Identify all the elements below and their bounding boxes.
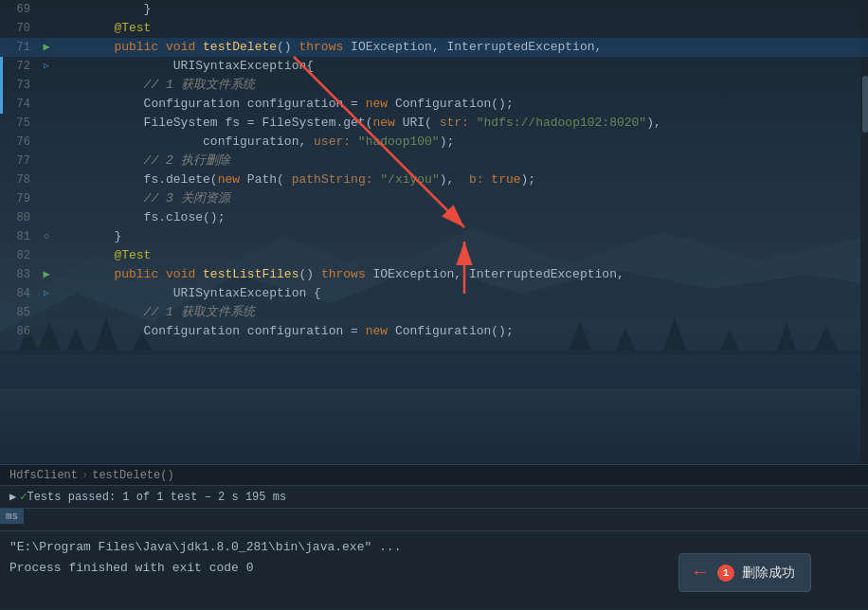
line-number-72: 72 — [0, 57, 38, 76]
code-content: 69 } 70 @Test 71 ▶ public void testDelet… — [0, 0, 868, 341]
gutter-81: ◇ — [38, 227, 55, 246]
gutter-84: ▷ — [38, 284, 55, 303]
toast-badge: 1 — [717, 565, 734, 582]
code-line-73: 73 // 1 获取文件系统 — [0, 76, 868, 95]
triangle-icon-84: ▷ — [44, 284, 48, 303]
code-line-80: 80 fs.close(); — [0, 208, 868, 227]
bottom-panel: ms "E:\Program Files\Java\jdk1.8.0_281\b… — [0, 508, 868, 609]
line-number-80: 80 — [0, 208, 38, 227]
line-code-81: } — [55, 227, 868, 246]
code-line-74: 74 Configuration configuration = new Con… — [0, 95, 868, 114]
command-text: "E:\Program Files\Java\jdk1.8.0_281\bin\… — [9, 540, 401, 554]
code-line-69: 69 } — [0, 0, 868, 19]
line-number-69: 69 — [0, 0, 38, 19]
line-code-74: Configuration configuration = new Config… — [55, 95, 868, 114]
line-number-81: 81 — [0, 227, 38, 246]
line-number-84: 84 — [0, 284, 38, 303]
code-line-75: 75 FileSystem fs = FileSystem.get(new UR… — [0, 114, 868, 133]
line-code-80: fs.close(); — [55, 208, 868, 227]
code-line-78: 78 fs.delete(new Path( pathString: "/xiy… — [0, 170, 868, 189]
line-code-73: // 1 获取文件系统 — [55, 76, 868, 95]
line-number-85: 85 — [0, 303, 38, 322]
line-code-83: public void testListFiles() throws IOExc… — [55, 265, 868, 284]
test-pass-icon: ✓ — [20, 490, 27, 504]
line-code-75: FileSystem fs = FileSystem.get(new URI( … — [55, 114, 868, 133]
toast-label: 删除成功 — [742, 565, 795, 582]
line-code-78: fs.delete(new Path( pathString: "/xiyou"… — [55, 170, 868, 189]
line-number-77: 77 — [0, 152, 38, 170]
code-line-86: 86 Configuration configuration = new Con… — [0, 322, 868, 341]
code-line-83: 83 ▶ public void testListFiles() throws … — [0, 265, 868, 284]
code-line-76: 76 configuration, user: "hadoop100"); — [0, 133, 868, 152]
run-arrow-83: ▶ — [43, 265, 49, 284]
line-code-70: @Test — [55, 19, 868, 38]
toast-notification: ← 1 删除成功 — [678, 553, 811, 592]
test-expand-icon[interactable]: ▶ — [9, 490, 16, 504]
line-number-78: 78 — [0, 170, 38, 189]
time-badge: ms — [0, 509, 24, 524]
line-number-76: 76 — [0, 133, 38, 152]
run-arrow-71: ▶ — [43, 38, 49, 57]
breadcrumb-separator: › — [81, 469, 88, 482]
line-number-71: 71 — [0, 38, 38, 57]
breadcrumb-bar: HdfsClient › testDelete() — [0, 464, 868, 485]
line-code-85: // 1 获取文件系统 — [55, 303, 868, 322]
test-results-bar: ▶ ✓ Tests passed: 1 of 1 test – 2 s 195 … — [0, 485, 868, 508]
code-line-77: 77 // 2 执行删除 — [0, 152, 868, 170]
line-code-72: URISyntaxException{ — [55, 57, 868, 76]
code-line-85: 85 // 1 获取文件系统 — [0, 303, 868, 322]
line-code-71: public void testDelete() throws IOExcept… — [55, 38, 868, 57]
line-code-82: @Test — [55, 246, 868, 265]
toast-arrow-left: ← — [695, 562, 706, 583]
test-result-text: Tests passed: 1 of 1 test – 2 s 195 ms — [27, 491, 286, 504]
breadcrumb-right: testDelete() — [92, 469, 173, 482]
svg-rect-14 — [0, 355, 868, 388]
triangle-icon-72: ▷ — [44, 57, 48, 76]
line-code-86: Configuration configuration = new Config… — [55, 322, 868, 341]
line-number-86: 86 — [0, 322, 38, 341]
code-line-71: 71 ▶ public void testDelete() throws IOE… — [0, 38, 868, 57]
gutter-72: ▷ — [38, 57, 55, 76]
line-number-73: 73 — [0, 76, 38, 95]
line-code-77: // 2 执行删除 — [55, 152, 868, 170]
code-line-81: 81 ◇ } — [0, 227, 868, 246]
line-code-84: URISyntaxException { — [55, 284, 868, 303]
output-text: Process finished with exit code 0 — [9, 558, 253, 579]
editor-area: 69 } 70 @Test 71 ▶ public void testDelet… — [0, 0, 868, 464]
bookmark-icon-81: ◇ — [44, 227, 49, 246]
code-line-79: 79 // 3 关闭资源 — [0, 189, 868, 208]
code-line-84: 84 ▷ URISyntaxException { — [0, 284, 868, 303]
line-number-74: 74 — [0, 95, 38, 114]
line-code-79: // 3 关闭资源 — [55, 189, 868, 208]
code-line-70: 70 @Test — [0, 19, 868, 38]
code-line-72: 72 ▷ URISyntaxException{ — [0, 57, 868, 76]
code-line-82: 82 @Test — [0, 246, 868, 265]
line-number-82: 82 — [0, 246, 38, 265]
line-number-83: 83 — [0, 265, 38, 284]
line-number-79: 79 — [0, 189, 38, 208]
line-number-75: 75 — [0, 114, 38, 133]
breadcrumb-left: HdfsClient — [9, 469, 78, 482]
line-code-76: configuration, user: "hadoop100"); — [55, 133, 868, 152]
gutter-71: ▶ — [38, 38, 55, 57]
bottom-toolbar: ms — [0, 509, 868, 531]
line-code-69: } — [55, 0, 868, 19]
gutter-83: ▶ — [38, 265, 55, 284]
line-number-70: 70 — [0, 19, 38, 38]
